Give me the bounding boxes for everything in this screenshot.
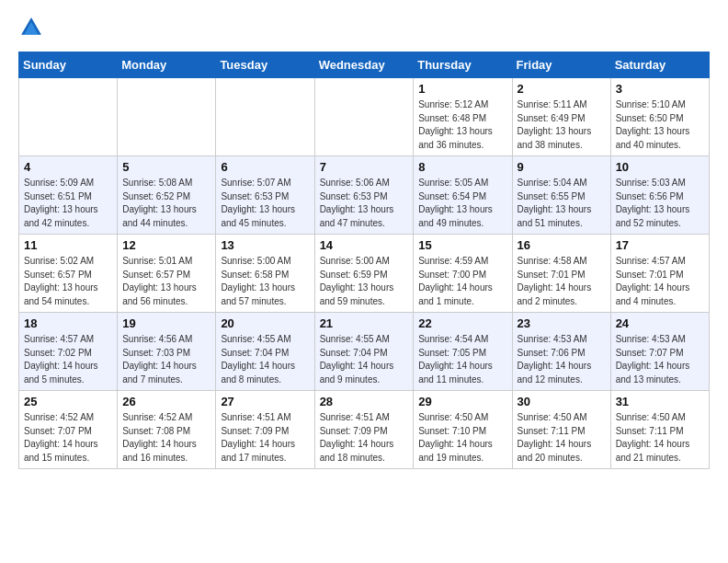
day-info: Sunrise: 5:01 AMSunset: 6:57 PMDaylight:… xyxy=(122,255,210,308)
day-cell: 22Sunrise: 4:54 AMSunset: 7:05 PMDayligh… xyxy=(414,313,512,391)
day-number: 31 xyxy=(616,395,704,408)
day-cell: 16Sunrise: 4:58 AMSunset: 7:01 PMDayligh… xyxy=(512,235,610,313)
day-cell: 25Sunrise: 4:52 AMSunset: 7:07 PMDayligh… xyxy=(19,391,118,469)
day-cell: 20Sunrise: 4:55 AMSunset: 7:04 PMDayligh… xyxy=(216,313,314,391)
day-cell: 12Sunrise: 5:01 AMSunset: 6:57 PMDayligh… xyxy=(118,235,216,313)
day-cell: 14Sunrise: 5:00 AMSunset: 6:59 PMDayligh… xyxy=(314,235,414,313)
day-info: Sunrise: 5:03 AMSunset: 6:56 PMDaylight:… xyxy=(616,177,704,230)
day-info: Sunrise: 5:05 AMSunset: 6:54 PMDaylight:… xyxy=(418,177,506,230)
day-info: Sunrise: 5:10 AMSunset: 6:50 PMDaylight:… xyxy=(616,98,704,152)
day-cell: 7Sunrise: 5:06 AMSunset: 6:53 PMDaylight… xyxy=(314,156,414,235)
day-number: 17 xyxy=(616,238,704,252)
logo-icon xyxy=(18,15,44,40)
day-cell: 29Sunrise: 4:50 AMSunset: 7:10 PMDayligh… xyxy=(414,391,512,469)
weekday-header-thursday: Thursday xyxy=(414,52,512,78)
day-info: Sunrise: 5:00 AMSunset: 6:59 PMDaylight:… xyxy=(320,255,409,308)
day-number: 15 xyxy=(418,238,506,252)
day-info: Sunrise: 4:51 AMSunset: 7:09 PMDaylight:… xyxy=(320,411,409,465)
day-cell: 2Sunrise: 5:11 AMSunset: 6:49 PMDaylight… xyxy=(512,78,610,156)
day-info: Sunrise: 4:59 AMSunset: 7:00 PMDaylight:… xyxy=(418,255,506,308)
weekday-header-wednesday: Wednesday xyxy=(314,52,414,78)
day-number: 22 xyxy=(418,316,506,330)
day-cell: 10Sunrise: 5:03 AMSunset: 6:56 PMDayligh… xyxy=(610,156,709,235)
day-number: 3 xyxy=(616,82,704,96)
day-cell: 11Sunrise: 5:02 AMSunset: 6:57 PMDayligh… xyxy=(19,235,118,313)
logo xyxy=(18,15,48,40)
day-cell: 26Sunrise: 4:52 AMSunset: 7:08 PMDayligh… xyxy=(118,391,216,469)
week-row-5: 25Sunrise: 4:52 AMSunset: 7:07 PMDayligh… xyxy=(19,391,710,469)
day-info: Sunrise: 5:08 AMSunset: 6:52 PMDaylight:… xyxy=(122,177,210,230)
week-row-2: 4Sunrise: 5:09 AMSunset: 6:51 PMDaylight… xyxy=(19,156,710,235)
day-info: Sunrise: 4:57 AMSunset: 7:01 PMDaylight:… xyxy=(616,255,704,308)
weekday-header-row: SundayMondayTuesdayWednesdayThursdayFrid… xyxy=(19,52,710,78)
calendar-table: SundayMondayTuesdayWednesdayThursdayFrid… xyxy=(18,52,710,469)
day-info: Sunrise: 5:00 AMSunset: 6:58 PMDaylight:… xyxy=(221,255,309,308)
day-info: Sunrise: 4:50 AMSunset: 7:11 PMDaylight:… xyxy=(518,411,606,465)
day-cell xyxy=(314,78,414,156)
day-number: 26 xyxy=(122,395,210,408)
day-number: 30 xyxy=(518,395,606,408)
day-info: Sunrise: 4:56 AMSunset: 7:03 PMDaylight:… xyxy=(122,333,210,386)
day-number: 23 xyxy=(518,316,606,330)
day-info: Sunrise: 5:02 AMSunset: 6:57 PMDaylight:… xyxy=(24,255,112,308)
day-number: 19 xyxy=(122,316,210,330)
day-cell: 19Sunrise: 4:56 AMSunset: 7:03 PMDayligh… xyxy=(118,313,216,391)
day-number: 12 xyxy=(122,238,210,252)
day-cell: 8Sunrise: 5:05 AMSunset: 6:54 PMDaylight… xyxy=(414,156,512,235)
day-cell: 28Sunrise: 4:51 AMSunset: 7:09 PMDayligh… xyxy=(314,391,414,469)
page: SundayMondayTuesdayWednesdayThursdayFrid… xyxy=(0,0,728,488)
day-info: Sunrise: 4:53 AMSunset: 7:06 PMDaylight:… xyxy=(518,333,606,386)
day-number: 6 xyxy=(221,160,309,174)
day-number: 29 xyxy=(418,395,506,408)
day-cell: 31Sunrise: 4:50 AMSunset: 7:11 PMDayligh… xyxy=(610,391,709,469)
day-info: Sunrise: 5:06 AMSunset: 6:53 PMDaylight:… xyxy=(320,177,409,230)
day-number: 13 xyxy=(221,238,309,252)
day-cell: 15Sunrise: 4:59 AMSunset: 7:00 PMDayligh… xyxy=(414,235,512,313)
day-info: Sunrise: 5:12 AMSunset: 6:48 PMDaylight:… xyxy=(418,98,506,152)
header xyxy=(18,15,710,40)
day-cell: 27Sunrise: 4:51 AMSunset: 7:09 PMDayligh… xyxy=(216,391,314,469)
day-info: Sunrise: 5:04 AMSunset: 6:55 PMDaylight:… xyxy=(518,177,606,230)
day-number: 2 xyxy=(518,82,606,96)
day-cell: 24Sunrise: 4:53 AMSunset: 7:07 PMDayligh… xyxy=(610,313,709,391)
day-number: 11 xyxy=(24,238,112,252)
day-number: 25 xyxy=(24,395,112,408)
day-cell: 9Sunrise: 5:04 AMSunset: 6:55 PMDaylight… xyxy=(512,156,610,235)
day-cell: 4Sunrise: 5:09 AMSunset: 6:51 PMDaylight… xyxy=(19,156,118,235)
day-info: Sunrise: 4:50 AMSunset: 7:11 PMDaylight:… xyxy=(616,411,704,465)
day-info: Sunrise: 4:55 AMSunset: 7:04 PMDaylight:… xyxy=(221,333,309,386)
day-info: Sunrise: 4:57 AMSunset: 7:02 PMDaylight:… xyxy=(24,333,112,386)
day-number: 20 xyxy=(221,316,309,330)
day-number: 1 xyxy=(418,82,506,96)
day-cell: 13Sunrise: 5:00 AMSunset: 6:58 PMDayligh… xyxy=(216,235,314,313)
day-info: Sunrise: 4:52 AMSunset: 7:08 PMDaylight:… xyxy=(122,411,210,465)
day-info: Sunrise: 5:11 AMSunset: 6:49 PMDaylight:… xyxy=(518,98,606,152)
day-info: Sunrise: 4:55 AMSunset: 7:04 PMDaylight:… xyxy=(320,333,409,386)
day-info: Sunrise: 4:53 AMSunset: 7:07 PMDaylight:… xyxy=(616,333,704,386)
day-number: 8 xyxy=(418,160,506,174)
week-row-1: 1Sunrise: 5:12 AMSunset: 6:48 PMDaylight… xyxy=(19,78,710,156)
day-info: Sunrise: 5:07 AMSunset: 6:53 PMDaylight:… xyxy=(221,177,309,230)
day-cell xyxy=(216,78,314,156)
day-info: Sunrise: 4:52 AMSunset: 7:07 PMDaylight:… xyxy=(24,411,112,465)
day-number: 21 xyxy=(320,316,409,330)
day-number: 14 xyxy=(320,238,409,252)
day-cell: 6Sunrise: 5:07 AMSunset: 6:53 PMDaylight… xyxy=(216,156,314,235)
day-cell xyxy=(118,78,216,156)
weekday-header-monday: Monday xyxy=(118,52,216,78)
day-cell: 21Sunrise: 4:55 AMSunset: 7:04 PMDayligh… xyxy=(314,313,414,391)
day-info: Sunrise: 4:54 AMSunset: 7:05 PMDaylight:… xyxy=(418,333,506,386)
weekday-header-sunday: Sunday xyxy=(19,52,118,78)
day-info: Sunrise: 4:58 AMSunset: 7:01 PMDaylight:… xyxy=(518,255,606,308)
day-info: Sunrise: 5:09 AMSunset: 6:51 PMDaylight:… xyxy=(24,177,112,230)
day-cell: 18Sunrise: 4:57 AMSunset: 7:02 PMDayligh… xyxy=(19,313,118,391)
day-cell: 23Sunrise: 4:53 AMSunset: 7:06 PMDayligh… xyxy=(512,313,610,391)
day-number: 24 xyxy=(616,316,704,330)
day-cell: 30Sunrise: 4:50 AMSunset: 7:11 PMDayligh… xyxy=(512,391,610,469)
day-info: Sunrise: 4:51 AMSunset: 7:09 PMDaylight:… xyxy=(221,411,309,465)
day-cell: 17Sunrise: 4:57 AMSunset: 7:01 PMDayligh… xyxy=(610,235,709,313)
day-cell: 1Sunrise: 5:12 AMSunset: 6:48 PMDaylight… xyxy=(414,78,512,156)
day-number: 5 xyxy=(122,160,210,174)
day-number: 28 xyxy=(320,395,409,408)
day-number: 10 xyxy=(616,160,704,174)
